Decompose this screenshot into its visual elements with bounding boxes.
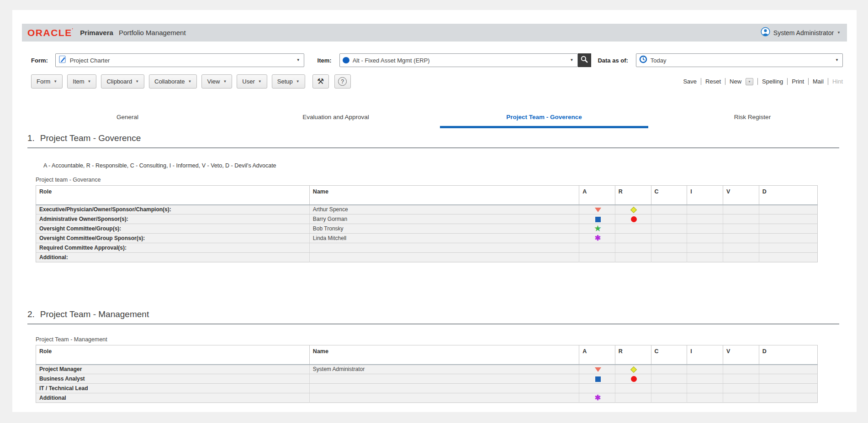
mark-cell-r[interactable] [615,224,651,234]
mark-cell-d[interactable] [759,253,817,262]
mark-cell-v[interactable] [723,384,759,393]
mark-cell-d[interactable] [759,374,817,384]
mark-cell-a[interactable]: ✱ [579,393,615,403]
menu-button-collaborate[interactable]: Collaborate▼ [149,74,197,89]
mark-cell-i[interactable] [687,243,723,253]
mark-cell-r[interactable] [615,384,651,393]
mark-cell-i[interactable] [687,365,723,374]
mark-cell-c[interactable] [651,253,687,262]
mark-cell-a[interactable] [579,243,615,253]
mark-cell-i[interactable] [687,214,723,224]
new-dropdown-button[interactable]: ▼ [746,78,753,85]
mark-cell-d[interactable] [759,214,817,224]
mark-cell-i[interactable] [687,253,723,262]
name-cell[interactable] [309,393,579,403]
mark-cell-v[interactable] [723,224,759,234]
mark-cell-r[interactable] [615,234,651,243]
tab-risk-register[interactable]: Risk Register [648,110,857,128]
item-select[interactable]: Alt - Fixed Asset Mgmt (ERP) ▼ [339,53,578,67]
mark-cell-c[interactable] [651,393,687,403]
mark-cell-i[interactable] [687,374,723,384]
mark-cell-c[interactable] [651,224,687,234]
mark-cell-i[interactable] [687,234,723,243]
name-cell[interactable] [309,384,579,393]
menu-button-setup[interactable]: Setup▼ [272,74,305,89]
mark-cell-v[interactable] [723,234,759,243]
action-link-print[interactable]: Print [792,78,804,85]
mark-cell-c[interactable] [651,365,687,374]
mark-cell-d[interactable] [759,205,817,214]
action-link-hint[interactable]: Hint [832,78,843,85]
mark-cell-d[interactable] [759,224,817,234]
mark-cell-i[interactable] [687,205,723,214]
mark-cell-r[interactable] [615,393,651,403]
name-cell[interactable] [309,374,579,384]
mark-cell-r[interactable] [615,205,651,214]
tab-project-team-goverence[interactable]: Project Team - Goverence [440,110,648,128]
menu-button-item[interactable]: Item▼ [67,74,96,89]
mark-cell-d[interactable] [759,234,817,243]
mark-cell-i[interactable] [687,384,723,393]
name-cell[interactable]: Linda Mitchell [309,234,579,243]
table-row: IT / Technical Lead [36,384,818,393]
name-cell[interactable] [309,243,579,253]
mark-cell-r[interactable] [615,243,651,253]
mark-cell-r[interactable] [615,253,651,262]
mark-cell-v[interactable] [723,253,759,262]
menu-button-user[interactable]: User▼ [237,74,267,89]
mark-cell-v[interactable] [723,374,759,384]
mark-cell-c[interactable] [651,384,687,393]
data-as-of-select[interactable]: Today ▼ [636,53,843,67]
action-link-mail[interactable]: Mail [813,78,824,85]
action-link-spelling[interactable]: Spelling [762,78,783,85]
action-link-reset[interactable]: Reset [705,78,721,85]
mark-cell-c[interactable] [651,214,687,224]
menu-button-form[interactable]: Form▼ [31,74,63,89]
diamond-icon [630,366,637,373]
mark-cell-r[interactable] [615,365,651,374]
mark-cell-a[interactable] [579,365,615,374]
mark-cell-v[interactable] [723,214,759,224]
mark-cell-v[interactable] [723,205,759,214]
mark-cell-v[interactable] [723,393,759,403]
mark-cell-r[interactable] [615,374,651,384]
mark-cell-a[interactable]: ★ [579,224,615,234]
form-select[interactable]: Project Charter ▼ [55,53,304,67]
mark-cell-a[interactable] [579,253,615,262]
action-link-save[interactable]: Save [683,78,697,85]
tab-general[interactable]: General [23,110,232,128]
menu-button-view[interactable]: View▼ [201,74,232,89]
name-cell[interactable]: Bob Tronsky [309,224,579,234]
help-button[interactable]: ? [334,74,351,89]
mark-cell-a[interactable] [579,384,615,393]
menu-button-clipboard[interactable]: Clipboard▼ [101,74,144,89]
name-cell[interactable]: Barry Gorman [309,214,579,224]
mark-cell-i[interactable] [687,393,723,403]
mark-cell-d[interactable] [759,393,817,403]
name-cell[interactable]: Arthur Spence [309,205,579,214]
mark-cell-d[interactable] [759,243,817,253]
mark-cell-a[interactable] [579,205,615,214]
mark-cell-r[interactable] [615,214,651,224]
mark-cell-v[interactable] [723,243,759,253]
mark-cell-a[interactable]: ✱ [579,234,615,243]
name-cell[interactable]: System Administrator [309,365,579,374]
tools-button[interactable]: ⚒ [312,74,329,89]
tab-evaluation-and-approval[interactable]: Evaluation and Approval [232,110,440,128]
item-search-button[interactable] [578,53,592,67]
mark-cell-d[interactable] [759,365,817,374]
action-link-new[interactable]: New [730,78,741,85]
mark-cell-a[interactable] [579,374,615,384]
mark-cell-c[interactable] [651,243,687,253]
mark-cell-c[interactable] [651,234,687,243]
mark-cell-d[interactable] [759,384,817,393]
mark-cell-v[interactable] [723,365,759,374]
user-menu[interactable]: System Administrator ▼ [761,27,841,38]
mark-cell-a[interactable] [579,214,615,224]
triangle-down-icon [595,367,601,372]
mark-cell-c[interactable] [651,205,687,214]
mark-cell-c[interactable] [651,374,687,384]
name-cell[interactable] [309,253,579,262]
mark-cell-i[interactable] [687,224,723,234]
role-cell: IT / Technical Lead [36,384,310,393]
